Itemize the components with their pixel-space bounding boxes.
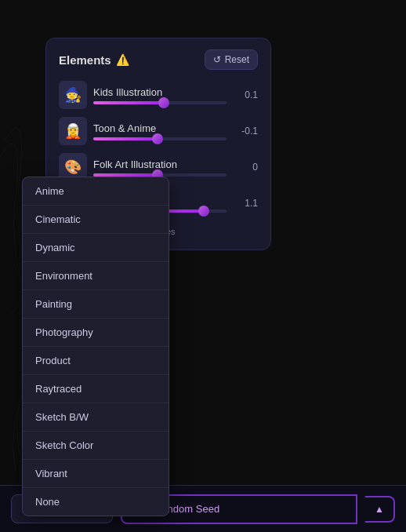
slider-thumb-kids-illustration[interactable]	[158, 97, 169, 108]
element-name-folk-art: Folk Art Illustration	[93, 159, 227, 170]
dropdown-item-sketch-bw[interactable]: Sketch B/W	[23, 403, 169, 432]
element-name-toon-anime: Toon & Anime	[93, 122, 227, 134]
dropdown-item-product[interactable]: Product	[23, 347, 169, 375]
element-value-folk-art: 0	[233, 162, 258, 173]
seed-arrow-button[interactable]: ▲	[365, 496, 395, 523]
element-value-toon-anime: -0.1	[233, 126, 258, 137]
seed-arrow-icon: ▲	[375, 504, 384, 515]
slider-fill-kids-illustration	[93, 101, 167, 104]
dropdown-item-photography[interactable]: Photography	[23, 319, 169, 347]
dropdown-item-anime[interactable]: Anime	[23, 177, 169, 206]
warning-icon: ⚠️	[116, 53, 129, 66]
dropdown-item-sketch-color[interactable]: Sketch Color	[23, 432, 169, 460]
dropdown-item-raytraced[interactable]: Raytraced	[23, 375, 169, 403]
dropdown-item-vibrant[interactable]: Vibrant	[23, 460, 169, 488]
slider-fill-toon-anime	[93, 137, 160, 140]
slider-fill-folk-art	[93, 173, 160, 177]
element-value-kids-illustration: 0.1	[233, 89, 258, 100]
element-value-book: 1.1	[233, 198, 258, 209]
element-row-kids-illustration: 🧙 Kids Illustration 0.1	[59, 81, 258, 109]
dropdown-item-painting[interactable]: Painting	[23, 290, 169, 319]
dropdown-item-cinematic[interactable]: Cinematic	[23, 206, 169, 234]
reset-icon: ↺	[213, 54, 221, 65]
reset-button[interactable]: ↺ Reset	[205, 49, 258, 70]
dropdown-items-list: AnimeCinematicDynamicEnvironmentPainting…	[23, 177, 169, 516]
slider-track-folk-art[interactable]	[93, 173, 227, 177]
element-thumb-toon-anime: 🧝	[59, 117, 87, 145]
element-name-kids-illustration: Kids Illustration	[93, 86, 227, 98]
panel-header: Elements ⚠️ ↺ Reset	[59, 49, 258, 70]
dropdown-item-environment[interactable]: Environment	[23, 262, 169, 290]
slider-track-toon-anime[interactable]	[93, 137, 227, 140]
dropdown-item-none[interactable]: None	[23, 488, 169, 516]
slider-thumb-book[interactable]	[198, 206, 209, 217]
element-info-kids-illustration: Kids Illustration	[93, 86, 227, 104]
panel-title: Elements ⚠️	[59, 53, 129, 67]
panel-title-text: Elements	[59, 53, 111, 67]
element-row-toon-anime: 🧝 Toon & Anime -0.1	[59, 117, 258, 145]
reset-label: Reset	[225, 54, 249, 65]
element-info-toon-anime: Toon & Anime	[93, 122, 227, 140]
slider-thumb-toon-anime[interactable]	[152, 133, 163, 144]
dropdown-item-dynamic[interactable]: Dynamic	[23, 234, 169, 262]
element-info-folk-art: Folk Art Illustration	[93, 159, 227, 177]
element-thumb-kids-illustration: 🧙	[59, 81, 87, 109]
style-dropdown-menu: AnimeCinematicDynamicEnvironmentPainting…	[22, 177, 169, 516]
slider-track-kids-illustration[interactable]	[93, 101, 227, 104]
